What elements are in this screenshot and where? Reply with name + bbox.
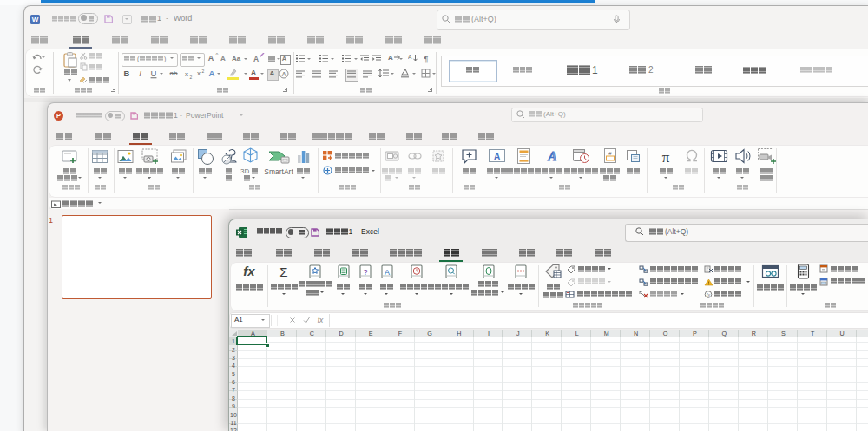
svg-text:fx: fx xyxy=(707,292,711,297)
svg-text:Z: Z xyxy=(408,57,411,62)
svg-text:P: P xyxy=(56,112,60,120)
svg-text:A: A xyxy=(282,71,286,77)
svg-text:#: # xyxy=(608,151,612,156)
svg-text:A: A xyxy=(494,152,500,161)
svg-text:A: A xyxy=(547,149,556,163)
svg-text:?: ? xyxy=(363,267,367,276)
svg-text:A: A xyxy=(408,54,412,60)
svg-text:A: A xyxy=(385,267,390,276)
